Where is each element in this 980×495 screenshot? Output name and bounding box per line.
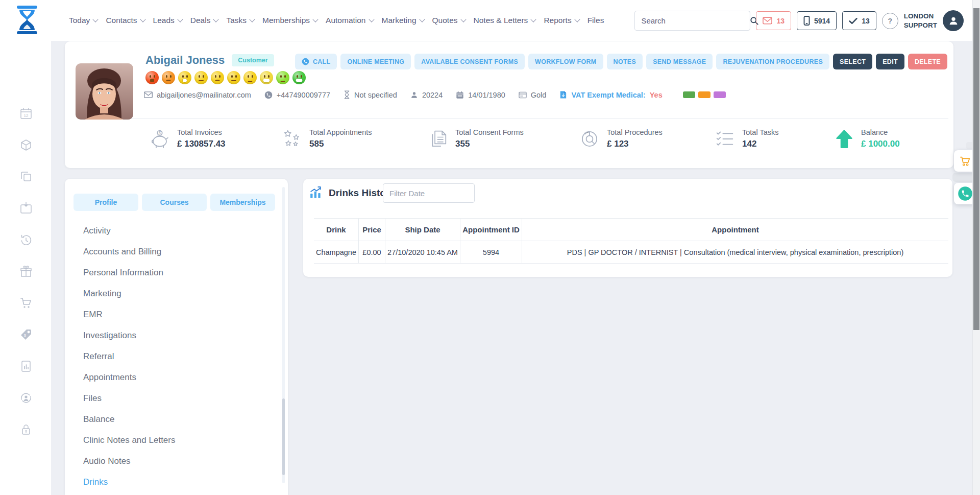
cart-icon (959, 155, 971, 167)
nav-label: Automation (326, 16, 365, 25)
filter-date-input[interactable] (383, 183, 475, 203)
mail-notifications-button[interactable]: 13 (756, 11, 791, 30)
hourglass-logo[interactable] (14, 5, 40, 35)
available-consent-forms-button[interactable]: AVAILABLE CONSENT FORMS (414, 54, 525, 69)
panel-scrollbar-thumb[interactable] (282, 398, 285, 475)
rating-emoji-sad[interactable] (162, 71, 175, 84)
stat-total-appointments: Total Appointments585 (282, 128, 372, 149)
nav-item-tasks[interactable]: Tasks (226, 16, 254, 25)
calendar-icon[interactable]: 12 (19, 107, 33, 120)
online-meeting-button[interactable]: ONLINE MEETING (340, 54, 411, 69)
panel-item-clinic-notes-and-letters[interactable]: Clinic Notes and Letters (65, 430, 288, 451)
gift-icon[interactable] (19, 265, 33, 278)
phone-count: 5914 (814, 17, 830, 25)
rating-emoji-open[interactable] (145, 71, 159, 84)
page-scrollbar-track[interactable] (972, 0, 980, 495)
calendar-import-icon[interactable] (19, 201, 33, 215)
rating-emoji-smile[interactable] (276, 71, 289, 84)
panel-item-investigations[interactable]: Investigations (65, 325, 288, 346)
left-icon-rail: 12 $ (0, 41, 51, 495)
tasks-count: 13 (862, 17, 870, 25)
checklist-icon (715, 129, 735, 149)
panel-item-emr[interactable]: EMR (65, 304, 288, 325)
tasks-done-button[interactable]: 13 (842, 11, 876, 30)
panel-item-marketing[interactable]: Marketing (65, 283, 288, 304)
emoji-row (145, 71, 306, 84)
workflow-form-button[interactable]: WORKFLOW FORM (528, 54, 603, 69)
tab-courses[interactable]: Courses (142, 194, 207, 211)
rating-emoji-smile[interactable] (243, 71, 257, 84)
rating-emoji-flat[interactable] (227, 71, 240, 84)
nav-item-reports[interactable]: Reports (544, 16, 579, 25)
client-name: Abigail Joness (145, 54, 225, 67)
rating-emoji-open-light[interactable] (178, 71, 191, 84)
panel-item-accounts-and-billing[interactable]: Accounts and Billing (65, 241, 288, 262)
color-chip[interactable] (714, 91, 726, 98)
panel-item-drinks[interactable]: Drinks (65, 472, 288, 492)
help-button[interactable]: ? (882, 13, 898, 29)
nav-item-automation[interactable]: Automation (326, 16, 373, 25)
cell-appointment-id: 5994 (460, 241, 522, 263)
profile-photo (76, 63, 133, 120)
vat-exempt-medical[interactable]: VAT Exempt Medical: Yes (559, 90, 662, 99)
tab-profile[interactable]: Profile (74, 194, 138, 211)
edit-button[interactable]: EDIT (876, 54, 904, 69)
phone-icon (264, 91, 273, 99)
phone-icon (958, 186, 973, 201)
nav-item-memberships[interactable]: Memberships (262, 16, 317, 25)
stat-total-consent-forms: Total Consent Forms355 (428, 128, 524, 149)
contact-details-row: abigailjones@mailinator.com +44749000977… (144, 90, 726, 99)
lock-icon[interactable] (19, 423, 33, 436)
app-window: Today Contacts Leads Deals Tasks Members… (0, 0, 980, 495)
search-input[interactable] (635, 11, 749, 30)
person-sync-icon[interactable] (19, 391, 33, 405)
select-button[interactable]: SELECT (833, 54, 872, 69)
phone-calls-button[interactable]: 5914 (797, 11, 837, 30)
panel-item-balance[interactable]: Balance (65, 409, 288, 430)
panel-item-referral[interactable]: Referral (65, 346, 288, 367)
color-chip[interactable] (698, 91, 710, 98)
topbar-right-cluster: 13 5914 13 ? LONDON SUPPORT (634, 10, 964, 31)
page-scrollbar-thumb[interactable] (973, 8, 979, 330)
rating-emoji-grin[interactable] (292, 71, 306, 84)
nav-item-contacts[interactable]: Contacts (106, 16, 144, 25)
rejuvenation-procedures-button[interactable]: REJUVENATION PROCEDURES (716, 54, 829, 69)
panel-item-personal-information[interactable]: Personal Information (65, 262, 288, 283)
price-tag-icon[interactable]: $ (19, 328, 33, 341)
client-phone[interactable]: +447490009777 (264, 91, 330, 99)
package-icon[interactable] (19, 138, 33, 152)
report-icon[interactable] (19, 360, 33, 373)
send-message-button[interactable]: SEND MESSAGE (646, 54, 713, 69)
nav-item-quotes[interactable]: Quotes (432, 16, 465, 25)
notes-button[interactable]: NOTES (607, 54, 643, 69)
nav-item-today[interactable]: Today (69, 16, 97, 25)
nav-item-notes-letters[interactable]: Notes & Letters (474, 16, 536, 25)
nav-item-leads[interactable]: Leads (153, 16, 182, 25)
panel-item-appointments[interactable]: Appointments (65, 367, 288, 388)
rating-emoji-flat[interactable] (194, 71, 208, 84)
nav-item-files[interactable]: Files (587, 16, 604, 25)
panel-item-activity[interactable]: Activity (65, 220, 288, 241)
nav-label: Marketing (382, 16, 416, 25)
client-email[interactable]: abigailjones@mailinator.com (144, 91, 251, 99)
history-icon[interactable] (19, 233, 33, 247)
tab-memberships[interactable]: Memberships (210, 194, 275, 211)
rating-emoji-grin[interactable] (260, 71, 273, 84)
col-ship-date: Ship Date (385, 219, 460, 241)
nav-item-deals[interactable]: Deals (190, 16, 218, 25)
table-row[interactable]: Champagne £0.00 27/10/2020 10:45 AM 5994… (314, 241, 948, 264)
call-button[interactable]: CALL (295, 54, 337, 69)
nav-item-marketing[interactable]: Marketing (382, 16, 424, 25)
rating-emoji-sad[interactable] (211, 71, 224, 84)
cart-icon[interactable] (19, 296, 33, 310)
user-avatar[interactable] (943, 10, 964, 31)
panel-item-files[interactable]: Files (65, 388, 288, 409)
copy-squares-icon[interactable] (19, 170, 33, 183)
cell-drink: Champagne (314, 241, 359, 263)
chevron-down-icon (574, 16, 580, 22)
delete-button[interactable]: DELETE (908, 54, 947, 69)
client-dob: 14/01/1980 (456, 91, 505, 99)
panel-item-audio-notes[interactable]: Audio Notes (65, 451, 288, 472)
color-chip[interactable] (683, 91, 695, 98)
client-action-buttons: CALL ONLINE MEETING AVAILABLE CONSENT FO… (295, 54, 947, 69)
